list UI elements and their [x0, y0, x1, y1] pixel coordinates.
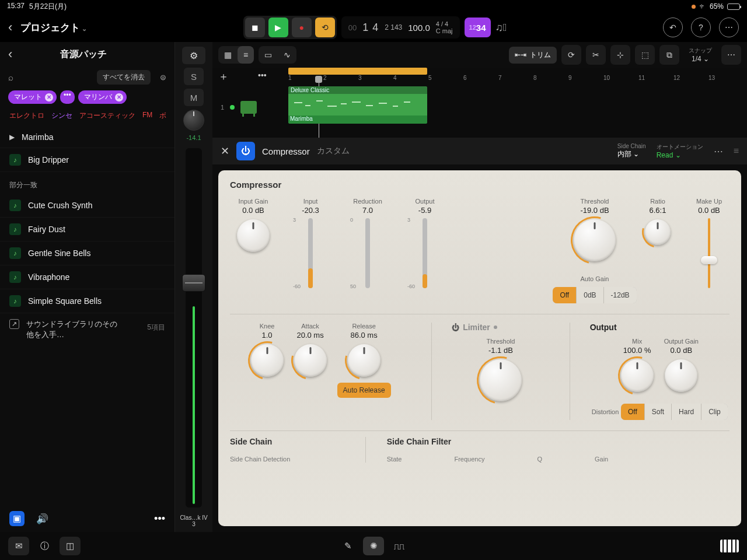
input-gain-knob[interactable] — [237, 219, 270, 252]
copy-button[interactable]: ⧉ — [659, 45, 679, 65]
tag-mallet[interactable]: マレット✕ — [8, 90, 57, 104]
keyboard-button[interactable] — [720, 540, 739, 552]
back-button[interactable]: ‹ — [8, 20, 12, 35]
panels-button[interactable]: ◫ — [60, 537, 81, 555]
fx-mode-button[interactable]: ✺ — [363, 537, 384, 555]
timeline[interactable]: ＋ ••• 12345678910111213 1 Deluxe Classic — [212, 68, 747, 138]
scissors-button[interactable]: ✂ — [586, 45, 606, 65]
automation-selector[interactable]: オートメーションRead ⌄ — [657, 143, 703, 159]
attack-knob[interactable] — [294, 344, 327, 377]
count-in-button[interactable]: 12123434 — [465, 18, 491, 37]
view-grid-button[interactable]: ▦ — [218, 46, 238, 64]
category-row[interactable]: エレクトロ シンセ アコースティック FM ボ — [0, 106, 174, 127]
midi-region[interactable]: Deluxe Classic Marimba — [288, 86, 427, 124]
cat-electro[interactable]: エレクトロ — [9, 111, 44, 121]
channel-settings-icon[interactable]: ⚙ — [182, 47, 205, 64]
sidebar-more-icon[interactable]: ••• — [154, 513, 165, 525]
external-link-icon: ↗ — [9, 319, 19, 329]
play-button[interactable]: ▶ — [268, 18, 288, 37]
status-date: 5月22日(月) — [29, 2, 67, 12]
timeline-more-button[interactable]: ⋯ — [721, 45, 741, 65]
mute-button[interactable]: M — [184, 89, 204, 106]
inbox-button[interactable]: ✉ — [8, 537, 29, 555]
plugin-power-button[interactable]: ⏻ — [236, 142, 255, 160]
sidebar-back[interactable]: ‹ — [8, 47, 12, 62]
record-button[interactable]: ● — [292, 18, 312, 37]
loop-tool-button[interactable]: ⟳ — [561, 45, 581, 65]
sidechain-selector[interactable]: Side Chain内部 ⌄ — [617, 143, 646, 159]
auto-release-button[interactable]: Auto Release — [337, 383, 391, 398]
browser-toggle-button[interactable]: ▣ — [9, 511, 25, 526]
more-button[interactable]: ⋯ — [719, 18, 739, 37]
stop-button[interactable]: ◼ — [245, 18, 265, 37]
autogain-segmented[interactable]: Off 0dB -12dB — [553, 287, 636, 303]
trim-tool-button[interactable]: ⇤⇥トリム — [509, 47, 557, 64]
tag-mallet-more[interactable]: ••• — [60, 90, 75, 104]
limiter-threshold-knob[interactable] — [480, 359, 522, 401]
limiter-title[interactable]: ⏻Limiter — [452, 323, 550, 332]
partial-match-label: 部分一致 — [0, 172, 174, 194]
threshold-knob[interactable] — [574, 219, 616, 261]
search-icon[interactable]: ⌕ — [8, 72, 13, 82]
bar-ruler[interactable]: 12345678910111213 — [288, 75, 747, 81]
patch-item[interactable]: ♪Vibraphone — [0, 265, 174, 289]
track-header[interactable]: 1 — [212, 101, 285, 114]
metronome-button[interactable]: ♫⃤ — [495, 22, 507, 34]
view-automation-button[interactable]: ∿ — [278, 46, 296, 64]
cat-fm[interactable]: FM — [142, 111, 152, 121]
cat-synth[interactable]: シンセ — [51, 111, 72, 121]
makeup-slider[interactable] — [700, 218, 718, 288]
volume-icon[interactable]: 🔊 — [36, 513, 48, 525]
patch-big-dipper[interactable]: ♪Big Dripper — [0, 148, 174, 172]
view-list-button[interactable]: ≡ — [238, 46, 254, 64]
pan-knob[interactable] — [183, 110, 204, 131]
lcd-display[interactable]: 00 1 4 2 143 100.0 4 / 4C maj — [341, 16, 460, 38]
ratio-knob[interactable] — [645, 219, 671, 245]
plugin-drag-handle[interactable]: ≡ — [734, 146, 739, 156]
patch-marimba[interactable]: ▶Marimba — [0, 127, 174, 148]
patch-item[interactable]: ♪Cute Crush Synth — [0, 194, 174, 218]
mix-knob[interactable] — [621, 359, 654, 392]
fader[interactable] — [186, 148, 202, 508]
battery-percent: 65% — [710, 2, 724, 10]
play-preview-icon[interactable]: ▶ — [9, 133, 15, 141]
snap-setting[interactable]: スナップ1/4 ⌄ — [689, 47, 712, 63]
undo-button[interactable]: ↶ — [663, 18, 683, 37]
instrument-icon: ♪ — [9, 200, 21, 211]
close-plugin-button[interactable]: ✕ — [221, 145, 229, 158]
view-region-button[interactable]: ▭ — [259, 46, 278, 64]
library-more[interactable]: ↗ サウンドライブラリのその他を入手… 5項目 — [0, 313, 174, 346]
timeline-toolbar: ▦ ≡ ▭ ∿ ⇤⇥トリム ⟳ ✂ ⊹ ⬚ ⧉ スナップ1/4 ⌄ ⋯ — [212, 42, 747, 68]
clear-all-button[interactable]: すべてを消去 — [97, 70, 151, 85]
plugin-more-button[interactable]: ⋯ — [714, 146, 723, 157]
limiter-power-icon[interactable]: ⏻ — [452, 323, 459, 332]
solo-button[interactable]: S — [184, 68, 204, 85]
cycle-range[interactable] — [288, 68, 427, 75]
cycle-button[interactable]: ⟲ — [315, 18, 335, 37]
patch-item[interactable]: ♪Fairy Dust — [0, 218, 174, 242]
tag-marimba[interactable]: マリンバ✕ — [78, 90, 127, 104]
add-track-button[interactable]: ＋ — [218, 69, 229, 83]
edit-mode-button[interactable]: ✎ — [337, 537, 358, 555]
cat-more[interactable]: ボ — [159, 111, 166, 121]
plugin-preset[interactable]: カスタム — [317, 146, 350, 156]
mixer-mode-button[interactable]: ⎍⎍ — [389, 537, 410, 555]
tag-remove-icon[interactable]: ✕ — [115, 93, 123, 102]
info-button[interactable]: ⓘ — [34, 537, 55, 555]
split-button[interactable]: ⊹ — [610, 45, 630, 65]
release-knob[interactable] — [348, 344, 381, 377]
output-gain-knob[interactable] — [665, 359, 697, 392]
track-options-button[interactable]: ••• — [258, 71, 267, 80]
patch-sidebar: ‹ 音源パッチ ⌕ すべてを消去 ⊜ マレット✕ ••• マリンバ✕ エレクトロ… — [0, 42, 175, 532]
project-title[interactable]: プロジェクト⌄ — [20, 21, 87, 34]
patch-item[interactable]: ♪Gentle Sine Bells — [0, 242, 174, 265]
knee-knob[interactable] — [251, 344, 284, 377]
select-button[interactable]: ⬚ — [635, 45, 655, 65]
distortion-segmented[interactable]: Off Soft Hard Clip — [621, 404, 728, 420]
plugin-name[interactable]: Compressor — [262, 146, 310, 156]
tag-remove-icon[interactable]: ✕ — [45, 93, 53, 102]
help-button[interactable]: ? — [691, 18, 711, 37]
filter-options-icon[interactable]: ⊜ — [160, 73, 166, 82]
patch-item[interactable]: ♪Simple Square Bells — [0, 289, 174, 313]
cat-acoustic[interactable]: アコースティック — [79, 111, 135, 121]
